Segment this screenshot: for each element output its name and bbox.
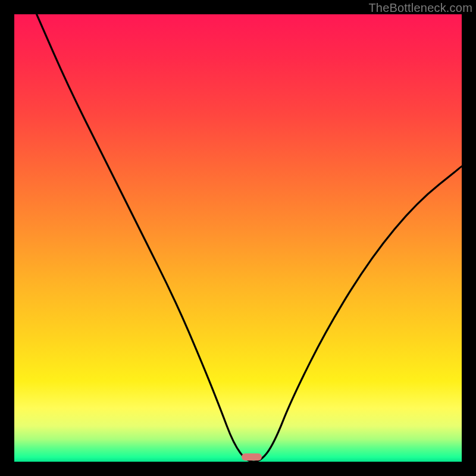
plot-area: [14, 14, 462, 462]
chart-frame: TheBottleneck.com: [0, 0, 476, 476]
target-zone-marker: [242, 453, 262, 461]
watermark-text: TheBottleneck.com: [368, 1, 472, 15]
bottleneck-curve: [14, 14, 462, 462]
